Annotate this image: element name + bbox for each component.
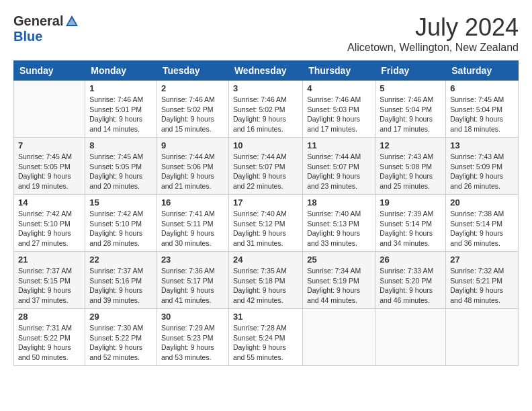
day-number: 23 xyxy=(161,255,224,265)
day-number: 22 xyxy=(89,255,152,265)
day-info: Sunrise: 7:30 AMSunset: 5:22 PMDaylight:… xyxy=(89,323,152,363)
calendar-cell: 25Sunrise: 7:34 AMSunset: 5:19 PMDayligh… xyxy=(303,252,375,309)
calendar-cell: 11Sunrise: 7:44 AMSunset: 5:07 PMDayligh… xyxy=(303,138,375,195)
day-number: 3 xyxy=(233,83,298,93)
day-info: Sunrise: 7:46 AMSunset: 5:04 PMDaylight:… xyxy=(380,95,441,134)
day-number: 9 xyxy=(161,140,224,150)
calendar-header-sunday: Sunday xyxy=(14,61,85,81)
calendar-cell: 22Sunrise: 7:37 AMSunset: 5:16 PMDayligh… xyxy=(85,252,157,309)
day-number: 8 xyxy=(89,140,152,150)
calendar-cell: 21Sunrise: 7:37 AMSunset: 5:15 PMDayligh… xyxy=(14,252,85,309)
day-info: Sunrise: 7:34 AMSunset: 5:19 PMDaylight:… xyxy=(307,266,371,306)
day-info: Sunrise: 7:42 AMSunset: 5:10 PMDaylight:… xyxy=(89,209,152,248)
location-title: Alicetown, Wellington, New Zealand xyxy=(347,42,519,54)
day-number: 29 xyxy=(89,312,152,322)
calendar-cell xyxy=(375,309,446,366)
day-number: 27 xyxy=(450,255,514,265)
calendar-cell: 5Sunrise: 7:46 AMSunset: 5:04 PMDaylight… xyxy=(375,81,446,138)
calendar-cell: 2Sunrise: 7:46 AMSunset: 5:02 PMDaylight… xyxy=(157,81,228,138)
day-number: 2 xyxy=(161,83,224,93)
day-info: Sunrise: 7:43 AMSunset: 5:09 PMDaylight:… xyxy=(450,152,514,191)
day-number: 13 xyxy=(450,140,514,150)
day-number: 1 xyxy=(89,83,152,93)
day-number: 12 xyxy=(380,140,441,150)
calendar-table: SundayMondayTuesdayWednesdayThursdayFrid… xyxy=(13,60,519,366)
calendar-cell: 7Sunrise: 7:45 AMSunset: 5:05 PMDaylight… xyxy=(14,138,85,195)
calendar-header-wednesday: Wednesday xyxy=(228,61,302,81)
month-title: July 2024 xyxy=(347,13,519,42)
day-info: Sunrise: 7:46 AMSunset: 5:03 PMDaylight:… xyxy=(307,95,371,134)
calendar-cell: 1Sunrise: 7:46 AMSunset: 5:01 PMDaylight… xyxy=(85,81,157,138)
day-number: 17 xyxy=(233,197,298,208)
calendar-cell: 9Sunrise: 7:44 AMSunset: 5:06 PMDaylight… xyxy=(157,138,228,195)
calendar-cell: 6Sunrise: 7:45 AMSunset: 5:04 PMDaylight… xyxy=(446,81,519,138)
calendar-header-friday: Friday xyxy=(375,61,446,81)
day-number: 21 xyxy=(18,255,81,265)
day-info: Sunrise: 7:42 AMSunset: 5:10 PMDaylight:… xyxy=(18,209,81,248)
day-number: 14 xyxy=(18,197,81,208)
day-number: 16 xyxy=(161,197,224,208)
calendar-cell: 26Sunrise: 7:33 AMSunset: 5:20 PMDayligh… xyxy=(375,252,446,309)
calendar-cell: 10Sunrise: 7:44 AMSunset: 5:07 PMDayligh… xyxy=(228,138,302,195)
day-number: 15 xyxy=(89,197,152,208)
day-number: 18 xyxy=(307,197,371,208)
calendar-cell: 12Sunrise: 7:43 AMSunset: 5:08 PMDayligh… xyxy=(375,138,446,195)
day-number: 20 xyxy=(450,197,514,208)
day-info: Sunrise: 7:32 AMSunset: 5:21 PMDaylight:… xyxy=(450,266,514,306)
day-number: 5 xyxy=(380,83,441,93)
calendar-cell: 15Sunrise: 7:42 AMSunset: 5:10 PMDayligh… xyxy=(85,195,157,252)
calendar-week-row: 1Sunrise: 7:46 AMSunset: 5:01 PMDaylight… xyxy=(14,81,519,138)
calendar-header-thursday: Thursday xyxy=(303,61,375,81)
calendar-header-monday: Monday xyxy=(85,61,157,81)
calendar-cell: 8Sunrise: 7:45 AMSunset: 5:05 PMDaylight… xyxy=(85,138,157,195)
calendar-week-row: 14Sunrise: 7:42 AMSunset: 5:10 PMDayligh… xyxy=(14,195,519,252)
logo: General Blue xyxy=(13,13,79,44)
day-info: Sunrise: 7:46 AMSunset: 5:02 PMDaylight:… xyxy=(161,95,224,134)
logo-blue: Blue xyxy=(13,29,42,44)
day-number: 10 xyxy=(233,140,298,150)
day-info: Sunrise: 7:28 AMSunset: 5:24 PMDaylight:… xyxy=(233,323,298,363)
day-info: Sunrise: 7:46 AMSunset: 5:01 PMDaylight:… xyxy=(89,95,152,134)
calendar-cell: 20Sunrise: 7:38 AMSunset: 5:14 PMDayligh… xyxy=(446,195,519,252)
day-info: Sunrise: 7:44 AMSunset: 5:07 PMDaylight:… xyxy=(307,152,371,191)
day-info: Sunrise: 7:45 AMSunset: 5:04 PMDaylight:… xyxy=(450,95,514,134)
calendar-cell xyxy=(446,309,519,366)
day-info: Sunrise: 7:41 AMSunset: 5:11 PMDaylight:… xyxy=(161,209,224,248)
calendar-header-row: SundayMondayTuesdayWednesdayThursdayFrid… xyxy=(14,61,519,81)
day-number: 24 xyxy=(233,255,298,265)
page-header: General Blue July 2024 Alicetown, Wellin… xyxy=(13,13,519,54)
calendar-cell: 3Sunrise: 7:46 AMSunset: 5:02 PMDaylight… xyxy=(228,81,302,138)
calendar-cell: 27Sunrise: 7:32 AMSunset: 5:21 PMDayligh… xyxy=(446,252,519,309)
day-info: Sunrise: 7:33 AMSunset: 5:20 PMDaylight:… xyxy=(380,266,441,306)
day-info: Sunrise: 7:44 AMSunset: 5:07 PMDaylight:… xyxy=(233,152,298,191)
calendar-header-saturday: Saturday xyxy=(446,61,519,81)
day-info: Sunrise: 7:40 AMSunset: 5:12 PMDaylight:… xyxy=(233,209,298,248)
logo-icon xyxy=(64,14,79,29)
day-number: 4 xyxy=(307,83,371,93)
calendar-cell: 4Sunrise: 7:46 AMSunset: 5:03 PMDaylight… xyxy=(303,81,375,138)
calendar-cell: 17Sunrise: 7:40 AMSunset: 5:12 PMDayligh… xyxy=(228,195,302,252)
title-area: July 2024 Alicetown, Wellington, New Zea… xyxy=(347,13,519,54)
calendar-cell xyxy=(14,81,85,138)
calendar-week-row: 7Sunrise: 7:45 AMSunset: 5:05 PMDaylight… xyxy=(14,138,519,195)
day-info: Sunrise: 7:29 AMSunset: 5:23 PMDaylight:… xyxy=(161,323,224,363)
calendar-cell: 13Sunrise: 7:43 AMSunset: 5:09 PMDayligh… xyxy=(446,138,519,195)
day-info: Sunrise: 7:37 AMSunset: 5:16 PMDaylight:… xyxy=(89,266,152,306)
day-info: Sunrise: 7:39 AMSunset: 5:14 PMDaylight:… xyxy=(380,209,441,248)
calendar-cell: 18Sunrise: 7:40 AMSunset: 5:13 PMDayligh… xyxy=(303,195,375,252)
logo-general: General xyxy=(13,13,63,29)
calendar-cell: 19Sunrise: 7:39 AMSunset: 5:14 PMDayligh… xyxy=(375,195,446,252)
day-info: Sunrise: 7:31 AMSunset: 5:22 PMDaylight:… xyxy=(18,323,81,363)
day-info: Sunrise: 7:40 AMSunset: 5:13 PMDaylight:… xyxy=(307,209,371,248)
day-info: Sunrise: 7:43 AMSunset: 5:08 PMDaylight:… xyxy=(380,152,441,191)
calendar-cell: 31Sunrise: 7:28 AMSunset: 5:24 PMDayligh… xyxy=(228,309,302,366)
calendar-cell: 23Sunrise: 7:36 AMSunset: 5:17 PMDayligh… xyxy=(157,252,228,309)
calendar-cell: 24Sunrise: 7:35 AMSunset: 5:18 PMDayligh… xyxy=(228,252,302,309)
day-info: Sunrise: 7:38 AMSunset: 5:14 PMDaylight:… xyxy=(450,209,514,248)
day-number: 6 xyxy=(450,83,514,93)
day-number: 26 xyxy=(380,255,441,265)
day-number: 31 xyxy=(233,312,298,322)
day-number: 28 xyxy=(18,312,81,322)
calendar-header-tuesday: Tuesday xyxy=(157,61,228,81)
day-info: Sunrise: 7:46 AMSunset: 5:02 PMDaylight:… xyxy=(233,95,298,134)
